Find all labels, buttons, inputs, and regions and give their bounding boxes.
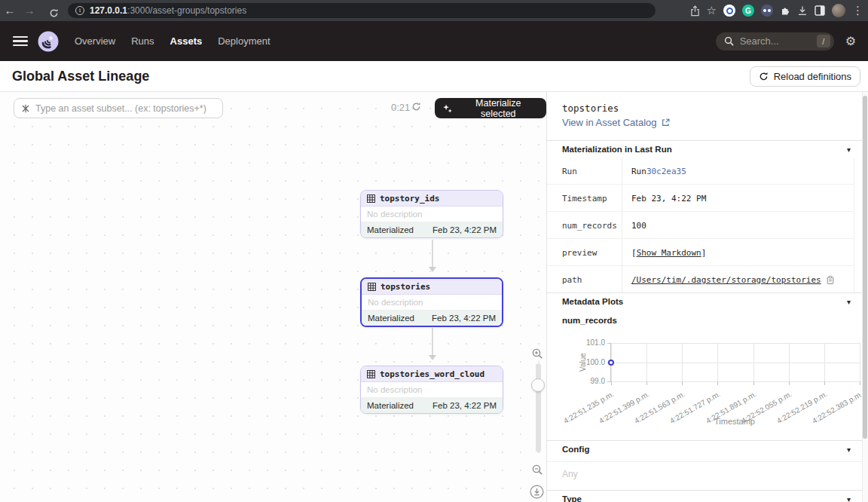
panel-asset-name: topstories [562,103,619,114]
owl-extension-icon[interactable] [761,5,773,17]
table-icon [367,370,375,378]
asset-subset-input[interactable] [35,103,215,114]
gridline-horizontal [611,363,860,363]
section-config[interactable]: Config ▾ [547,440,862,458]
graph-refresh-icon[interactable] [411,102,421,112]
nav-links: Overview Runs Assets Deployment [75,35,270,47]
side-panel-icon[interactable] [815,5,825,16]
app-navbar: Overview Runs Assets Deployment Search..… [0,21,868,61]
section-metadata-plots[interactable]: Metadata Plots ▾ [547,292,862,310]
table-row-timestamp: Timestamp Feb 23, 4:22 PM [547,185,854,212]
gridline-horizontal [611,343,860,344]
asset-node-topstories-word-cloud[interactable]: topstories_word_cloud No description Mat… [360,366,503,414]
gridline-vertical [682,343,683,381]
asset-node-title: topstories [381,282,430,292]
table-row-num-records: num_records 100 [547,212,854,239]
chart-title: num_records [562,316,617,325]
password-extension-icon[interactable] [723,5,735,17]
x-tick-mark [611,381,612,385]
lineage-edge [432,328,433,359]
global-search[interactable]: Search... / [716,32,834,51]
lineage-edge [432,240,433,271]
gridline-vertical [860,343,860,381]
dagster-logo[interactable] [37,30,60,53]
x-tick-mark [717,381,718,385]
section-type[interactable]: Type ▾ [547,490,862,502]
copy-path-icon[interactable] [827,275,834,285]
nav-link-runs[interactable]: Runs [131,35,154,47]
asset-node-description: No description [361,382,503,398]
asset-subset-filter[interactable] [14,98,223,118]
path-link[interactable]: /Users/tim/.dagster/storage/topstories [631,275,821,285]
collapse-caret-icon[interactable]: ▾ [847,145,851,154]
nav-link-overview[interactable]: Overview [75,35,115,47]
zoom-slider-thumb[interactable] [531,378,545,392]
y-tick-label: 100.0 [575,358,605,366]
browser-actions: ☆ G ⋮ [690,0,863,21]
x-tick-mark [824,381,825,385]
zoom-in-icon[interactable] [531,347,543,360]
run-id-link[interactable]: 30c2ea35 [646,167,686,176]
data-point[interactable] [608,360,614,366]
asset-node-topstories[interactable]: topstories No description MaterializedFe… [360,277,503,327]
downloads-icon[interactable] [797,5,808,16]
puzzle-extensions-icon[interactable] [780,5,790,16]
address-bar[interactable]: i 127.0.0.1:3000/asset-groups/topstories [68,3,656,18]
site-info-icon[interactable]: i [75,6,84,15]
gridline-vertical [717,343,718,381]
asset-node-description: No description [362,295,502,311]
nav-link-deployment[interactable]: Deployment [218,35,270,47]
zoom-slider-track[interactable] [536,363,541,452]
view-in-asset-catalog-link[interactable]: View in Asset Catalog [562,117,670,128]
gridline-vertical [824,343,825,381]
search-placeholder: Search... [740,35,817,47]
zoom-out-icon[interactable] [531,464,543,476]
settings-gear-icon[interactable]: ⚙ [845,34,856,48]
asset-node-status: Materialized [367,225,414,234]
scrollbar-thumb[interactable] [863,96,867,439]
external-link-icon [662,118,670,127]
page-header: Global Asset Lineage Reload definitions [0,61,868,92]
asset-node-topstory-ids[interactable]: topstory_ids No description Materialized… [360,190,503,238]
y-tick-label: 99.0 [575,377,605,385]
browser-toolbar: ← → i 127.0.0.1:3000/asset-groups/topsto… [0,0,868,21]
menu-button[interactable] [13,36,28,47]
panel-scrollbar[interactable] [862,92,868,502]
browser-reload-icon[interactable] [44,3,63,18]
search-icon [724,36,734,46]
refresh-countdown: 0:21 [391,102,410,113]
asset-node-title: topstory_ids [380,194,439,204]
browser-menu-icon[interactable]: ⋮ [852,0,863,21]
profile-avatar[interactable] [832,4,845,17]
collapse-caret-icon[interactable]: ▾ [847,445,851,454]
y-tick-label: 101.0 [575,338,605,347]
asset-node-title: topstories_word_cloud [380,369,484,379]
asset-node-timestamp: Feb 23, 4:22 PM [432,314,496,323]
section-materialization-in-last-run[interactable]: Materialization in Last Run ▾ [547,140,862,158]
table-row-run: Run Run 30c2ea35 [547,158,854,185]
browser-forward-icon[interactable]: → [20,0,39,21]
grammarly-extension-icon[interactable]: G [742,5,754,17]
asset-node-timestamp: Feb 23, 4:22 PM [432,401,497,410]
share-icon[interactable] [690,5,700,17]
gridline-vertical [789,343,790,381]
show-markdown-link[interactable]: Show Markdown [637,248,701,258]
x-tick-mark [753,381,754,385]
materialize-selected-button[interactable]: Materialize selected [435,98,546,118]
nav-link-assets[interactable]: Assets [170,35,203,47]
config-value: Any [562,469,578,479]
asset-graph-icon [21,104,30,113]
gridline-vertical [753,343,754,381]
asset-node-timestamp: Feb 23, 4:22 PM [432,225,497,234]
reload-definitions-button[interactable]: Reload definitions [750,66,860,87]
asset-detail-panel: topstories View in Asset Catalog Materia… [547,92,868,502]
bookmark-star-icon[interactable]: ☆ [707,0,717,21]
x-tick-mark [860,381,860,385]
collapse-caret-icon[interactable]: ▾ [847,298,851,306]
browser-back-icon[interactable]: ← [0,0,20,21]
recenter-view-icon[interactable] [530,485,544,499]
num-records-chart: Value 101.0100.099.04:22:51.235 p.m.4:22… [610,337,859,439]
collapse-caret-icon[interactable]: ▾ [847,495,851,502]
asset-lineage-graph: 0:21 Materialize selected topstory_ids N… [0,92,547,502]
gridline-vertical [646,343,647,381]
